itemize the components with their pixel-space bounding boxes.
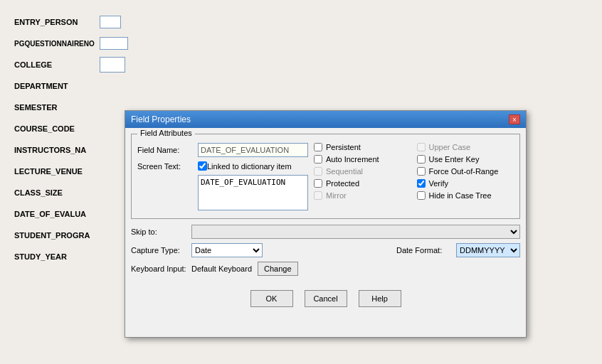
linked-row: Screen Text: Linked to dictionary item bbox=[137, 161, 308, 171]
capture-left: Capture Type: Date Text Number Time bbox=[131, 243, 391, 257]
field-row-semester: SEMESTER bbox=[14, 100, 128, 115]
field-label-class-size: CLASS_SIZE bbox=[14, 188, 100, 197]
attr-right: Persistent Auto Increment Sequential bbox=[314, 143, 514, 213]
field-label-department: DEPARTMENT bbox=[14, 82, 100, 90]
field-label-student-prog: STUDENT_PROGRA bbox=[14, 231, 100, 240]
field-label-course-code: COURSE_CODE bbox=[14, 124, 100, 133]
field-row-pgquestionnaire: PGQUESTIONNAIRENO bbox=[14, 36, 128, 51]
cb-protected-input[interactable] bbox=[314, 179, 322, 188]
cb-upper-case: Upper Case bbox=[417, 143, 514, 151]
left-panel: ENTRY_PERSON PGQUESTIONNAIRENO COLLEGE D… bbox=[14, 14, 128, 270]
cb-mirror-input bbox=[314, 191, 322, 200]
capture-row: Capture Type: Date Text Number Time Date… bbox=[131, 243, 520, 257]
field-label-college: COLLEGE bbox=[14, 60, 100, 69]
screen-text-container: DATE_OF_EVALUATION bbox=[198, 173, 308, 213]
linked-checkbox[interactable] bbox=[198, 161, 207, 171]
field-row-entry-person: ENTRY_PERSON bbox=[14, 14, 128, 30]
field-row-student-prog: STUDENT_PROGRA bbox=[14, 228, 128, 243]
cb-force-out-of-range-input[interactable] bbox=[417, 167, 426, 176]
cb-persistent-label: Persistent bbox=[326, 143, 361, 151]
field-row-class-size: CLASS_SIZE bbox=[14, 185, 128, 200]
skip-to-select[interactable] bbox=[191, 225, 520, 239]
cb-upper-case-input bbox=[417, 143, 426, 151]
cancel-button[interactable]: Cancel bbox=[305, 290, 347, 307]
field-label-date-eval: DATE_OF_EVALUA bbox=[14, 210, 100, 218]
attr-left: Field Name: Screen Text: Linked to dicti… bbox=[137, 143, 308, 213]
field-label-pgquestionnaire: PGQUESTIONNAIRENO bbox=[14, 40, 100, 48]
field-label-study-year: STUDY_YEAR bbox=[14, 252, 100, 261]
ok-button[interactable]: OK bbox=[250, 290, 293, 307]
cb-sequential-input bbox=[314, 167, 322, 176]
cb-use-enter-key-label: Use Enter Key bbox=[429, 155, 480, 164]
field-row-study-year: STUDY_YEAR bbox=[14, 249, 128, 264]
field-control-entry-person bbox=[100, 16, 121, 28]
date-format-select[interactable]: DDMMYYYY MMDDYYYY YYYYMMDD bbox=[456, 243, 520, 257]
field-row-course-code: COURSE_CODE bbox=[14, 121, 128, 136]
cb-persistent: Persistent bbox=[314, 143, 411, 151]
checkbox-col-2: Upper Case Use Enter Key Force Out-of-Ra… bbox=[417, 143, 514, 213]
dialog-close-button[interactable]: × bbox=[509, 114, 520, 124]
cb-verify: Verify bbox=[417, 179, 514, 188]
field-name-row: Field Name: bbox=[137, 143, 308, 157]
date-format-label: Date Format: bbox=[396, 246, 453, 255]
cb-mirror: Mirror bbox=[314, 191, 411, 200]
skip-to-label: Skip to: bbox=[131, 228, 191, 236]
screen-text-label: Screen Text: bbox=[137, 162, 198, 171]
cb-sequential-label: Sequential bbox=[326, 167, 363, 176]
dialog-title: Field Properties bbox=[131, 114, 191, 124]
cb-sequential: Sequential bbox=[314, 167, 411, 176]
linked-checkbox-label: Linked to dictionary item bbox=[207, 162, 292, 171]
cb-auto-increment-label: Auto Increment bbox=[326, 155, 379, 164]
field-name-input[interactable] bbox=[198, 143, 308, 157]
screen-text-area[interactable]: DATE_OF_EVALUATION bbox=[198, 175, 308, 210]
cb-mirror-label: Mirror bbox=[326, 191, 347, 200]
keyboard-input-label: Keyboard Input: bbox=[131, 264, 191, 273]
cb-force-out-of-range-label: Force Out-of-Range bbox=[429, 167, 499, 176]
field-name-label: Field Name: bbox=[137, 146, 198, 154]
cb-persistent-input[interactable] bbox=[314, 143, 322, 151]
cb-use-enter-key-input[interactable] bbox=[417, 155, 426, 164]
cb-protected: Protected bbox=[314, 179, 411, 188]
cb-force-out-of-range: Force Out-of-Range bbox=[417, 167, 514, 176]
capture-type-label: Capture Type: bbox=[131, 246, 191, 255]
field-row-college: COLLEGE bbox=[14, 57, 128, 73]
dialog-footer: OK Cancel Help bbox=[125, 286, 526, 311]
field-label-entry-person: ENTRY_PERSON bbox=[14, 18, 100, 26]
checkbox-col-1: Persistent Auto Increment Sequential bbox=[314, 143, 411, 213]
cb-auto-increment-input[interactable] bbox=[314, 155, 322, 164]
field-row-lecture-venue: LECTURE_VENUE bbox=[14, 164, 128, 179]
cb-hide-in-case-tree-label: Hide in Case Tree bbox=[429, 191, 492, 200]
cb-auto-increment: Auto Increment bbox=[314, 155, 411, 164]
field-row-department: DEPARTMENT bbox=[14, 78, 128, 94]
cb-hide-in-case-tree: Hide in Case Tree bbox=[417, 191, 514, 200]
attr-content: Field Name: Screen Text: Linked to dicti… bbox=[137, 140, 514, 213]
field-label-instructors: INSTRUCTORS_NA bbox=[14, 146, 100, 154]
field-row-date-eval: DATE_OF_EVALUA bbox=[14, 206, 128, 222]
change-button[interactable]: Change bbox=[258, 262, 298, 276]
field-properties-dialog: Field Properties × Field Attributes Fiel… bbox=[125, 110, 527, 338]
date-format-container: Date Format: DDMMYYYY MMDDYYYY YYYYMMDD bbox=[396, 243, 520, 257]
keyboard-input-value: Default Keyboard bbox=[191, 264, 252, 273]
cb-upper-case-label: Upper Case bbox=[429, 143, 471, 151]
dialog-titlebar: Field Properties × bbox=[125, 111, 526, 128]
cb-verify-label: Verify bbox=[429, 179, 449, 188]
skip-row: Skip to: bbox=[131, 225, 520, 239]
field-label-lecture-venue: LECTURE_VENUE bbox=[14, 167, 100, 176]
dialog-body: Field Attributes Field Name: Screen Text… bbox=[125, 128, 526, 286]
field-control-college bbox=[100, 57, 125, 73]
keyboard-row: Keyboard Input: Default Keyboard Change bbox=[131, 262, 520, 276]
cb-protected-label: Protected bbox=[326, 179, 359, 188]
cb-hide-in-case-tree-input[interactable] bbox=[417, 191, 426, 200]
field-attributes-group: Field Attributes Field Name: Screen Text… bbox=[131, 134, 520, 219]
capture-type-select[interactable]: Date Text Number Time bbox=[191, 243, 263, 257]
cb-use-enter-key: Use Enter Key bbox=[417, 155, 514, 164]
group-legend: Field Attributes bbox=[137, 129, 195, 137]
field-row-instructors: INSTRUCTORS_NA bbox=[14, 142, 128, 158]
help-button[interactable]: Help bbox=[359, 290, 401, 307]
field-control-pgquestionnaire bbox=[100, 37, 128, 50]
field-label-semester: SEMESTER bbox=[14, 103, 100, 112]
cb-verify-input[interactable] bbox=[417, 179, 426, 188]
